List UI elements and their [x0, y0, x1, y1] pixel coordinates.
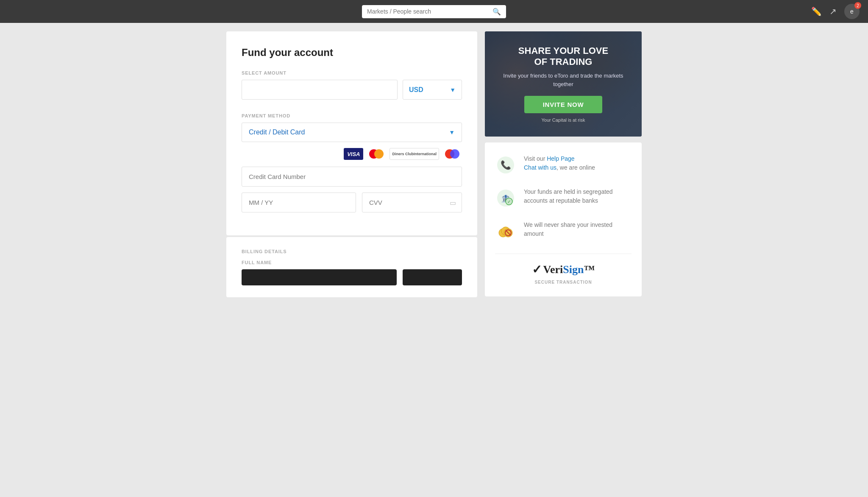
invite-now-button[interactable]: INVITE NOW — [524, 96, 603, 113]
fund-account-panel: Fund your account SELECT AMOUNT 1000 USD… — [226, 31, 477, 235]
avatar[interactable]: e 2 — [844, 4, 860, 19]
chevron-down-icon: ▼ — [449, 129, 455, 136]
help-coins-text: We will never share your invested amount — [524, 221, 632, 238]
invite-risk-text: Your Capital is at risk — [542, 117, 585, 123]
svg-text:✓: ✓ — [507, 199, 511, 204]
full-name-label: FULL NAME — [242, 260, 462, 265]
billing-section: BILLING DETAILS FULL NAME — [226, 237, 477, 297]
cvv-input[interactable] — [362, 193, 462, 212]
verisign-checkmark: ✓ — [532, 262, 542, 276]
phone-icon: 📞 — [495, 154, 516, 176]
invite-card: SHARE YOUR LOVE OF TRADING Invite your f… — [485, 31, 642, 137]
edit-icon[interactable]: ✏️ — [811, 6, 822, 17]
payment-method-section: PAYMENT METHOD Credit / Debit Card ▼ VIS… — [242, 113, 462, 212]
search-input[interactable] — [367, 8, 490, 15]
help-bank-row: 🏦 ✓ Your funds are held in segregated ac… — [495, 187, 632, 209]
secure-transaction-label: SECURE TRANSACTION — [534, 280, 592, 285]
name-row — [242, 269, 462, 285]
currency-label: USD — [409, 86, 423, 94]
amount-input[interactable]: 1000 — [242, 80, 398, 100]
payment-method-label: PAYMENT METHOD — [242, 113, 462, 118]
help-coins-row: We will never share your invested amount — [495, 221, 632, 242]
chat-link[interactable]: Chat with us — [524, 164, 556, 171]
page-content: Fund your account SELECT AMOUNT 1000 USD… — [159, 23, 709, 306]
notification-badge: 2 — [854, 2, 861, 9]
amount-row: 1000 USD ▼ — [242, 80, 462, 100]
invite-subtext: Invite your friends to eToro and trade t… — [493, 72, 633, 88]
invite-card-overlay: SHARE YOUR LOVE OF TRADING Invite your f… — [485, 31, 642, 137]
avatar-letter: e — [850, 8, 854, 15]
expiry-date-input[interactable] — [242, 193, 356, 212]
search-bar[interactable]: 🔍 — [362, 5, 506, 18]
page-title: Fund your account — [242, 47, 462, 59]
svg-text:📞: 📞 — [501, 160, 511, 170]
last-name-input[interactable] — [403, 269, 462, 285]
visa-logo: VISA — [344, 148, 363, 160]
share-icon[interactable]: ↗ — [829, 6, 837, 17]
top-navigation: 🔍 ✏️ ↗ e 2 — [0, 0, 868, 23]
first-name-input[interactable] — [242, 269, 397, 285]
verisign-logo: VeriSign™ — [543, 263, 595, 276]
billing-details-label: BILLING DETAILS — [242, 249, 462, 254]
maestro-logo — [442, 148, 462, 160]
help-chat-row: 📞 Visit our Help Page Chat with us, we a… — [495, 154, 632, 176]
bank-icon: 🏦 ✓ — [495, 187, 516, 209]
coins-icon — [495, 221, 516, 242]
currency-dropdown[interactable]: USD ▼ — [403, 80, 462, 100]
verisign-section: ✓ VeriSign™ SECURE TRANSACTION — [495, 254, 632, 285]
help-page-link[interactable]: Help Page — [547, 155, 574, 162]
search-icon: 🔍 — [492, 8, 501, 16]
card-logos: VISA Diners Club International — [242, 148, 462, 160]
card-icon: ▭ — [450, 198, 456, 207]
credit-card-number-input[interactable] — [242, 167, 462, 187]
chevron-down-icon: ▼ — [450, 87, 456, 93]
nav-icons: ✏️ ↗ e 2 — [811, 4, 860, 19]
help-chat-text: Visit our Help Page Chat with us, we are… — [524, 154, 595, 172]
help-bank-text: Your funds are held in segregated accoun… — [524, 187, 632, 205]
help-card: 📞 Visit our Help Page Chat with us, we a… — [485, 142, 642, 296]
select-amount-section: SELECT AMOUNT 1000 USD ▼ — [242, 70, 462, 100]
right-panel: SHARE YOUR LOVE OF TRADING Invite your f… — [485, 31, 642, 297]
diners-club-logo: Diners Club International — [389, 148, 439, 160]
mastercard-logo — [367, 148, 386, 160]
payment-method-dropdown[interactable]: Credit / Debit Card ▼ — [242, 123, 462, 142]
invite-heading: SHARE YOUR LOVE OF TRADING — [518, 45, 608, 68]
expiry-cvv-row: ▭ — [242, 193, 462, 212]
payment-method-selected: Credit / Debit Card — [249, 128, 305, 136]
select-amount-label: SELECT AMOUNT — [242, 70, 462, 75]
